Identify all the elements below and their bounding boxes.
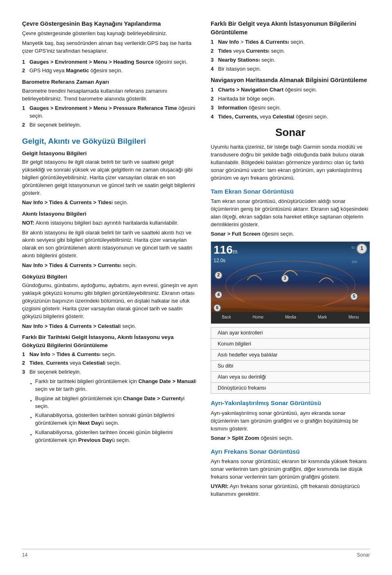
sonar-label-5: 5 <box>350 292 358 301</box>
sonar-heading: Sonar <box>211 125 370 140</box>
sonar-btn-menu: Menu <box>347 314 360 321</box>
farkli-step-1: 1 Nav Info > Tides & Currentsı seçin. <box>22 351 198 359</box>
farkli-gelgit-section: Farklı Bir Gelgit veya Akıntı İstasyonun… <box>211 20 370 73</box>
gelgit-istasyon-section: Gelgit İstasyonu Bilgileri Bir gelgit is… <box>22 149 198 207</box>
gokyuzu-p1: Gündoğumu, günbatımı, aydoğumu, aybatımı… <box>22 282 198 320</box>
farkli-step-2: 2 Tides, Currents veya Celestiali seçin. <box>22 359 198 367</box>
nav-step-4: 4 Tides, Currents, veya Celestial öğesin… <box>211 113 370 121</box>
gelgit-istasyon-nav: Nav Info > Tides & Currents > Tidesi seç… <box>22 199 198 207</box>
sonar-svg <box>211 242 370 323</box>
ayri-frekans-warning: UYARI: Ayrı frekans sonar görüntüsü, çif… <box>211 483 370 498</box>
barometre-p1: Barometre trendini hesaplamada kullanıla… <box>22 87 198 103</box>
gokyuzu-section: Gökyüzü Bilgileri Gündoğumu, günbatımı, … <box>22 273 198 330</box>
footer-right: Sonar <box>357 552 370 559</box>
nav-step-3: 3 Information öğesini seçin. <box>211 104 370 112</box>
ayri-yakin-nav: Sonar > Split Zoom öğesini seçin. <box>211 435 370 442</box>
table-cell: Alan ayar kontrolleri <box>211 327 370 338</box>
bullet-3: Kullanabiliyorsa, gösterilen tarihten so… <box>30 412 198 427</box>
bullet-4: Kullanabiliyorsa, gösterilen tarihten ön… <box>30 429 198 444</box>
intro-p2: Manyetik baş, baş sensöründen alınan baş… <box>22 40 198 55</box>
sonar-image: 116m 12.0s 1 5c 10c <box>211 242 370 323</box>
table-row: Konum bilgileri <box>211 338 370 349</box>
barometre-heading: Barometre Referans Zaman Ayarı <box>22 78 198 86</box>
table-cell: Asılı hedefler veya balıklar <box>211 349 370 360</box>
sonar-label-2: 2 <box>214 271 223 279</box>
akinti-istasyon-heading: Akıntı İstasyonu Bilgileri <box>22 210 198 218</box>
table-row: Dönüştürücü frekansı <box>211 383 370 394</box>
farkli-bullet-list: Farklı bir tarihteki bilgileri görüntüle… <box>30 378 198 444</box>
table-cell: Alan veya su derinliği <box>211 372 370 383</box>
table-cell: Dönüştürücü frekansı <box>211 383 370 394</box>
left-column: Çevre Göstergesinin Baş Kaynağını Yapıla… <box>22 20 198 542</box>
intro-heading: Çevre Göstergesinin Baş Kaynağını Yapıla… <box>22 20 198 28</box>
sonar-btn-back: Back <box>220 314 232 321</box>
akinti-note: NOT: Akıntı istasyonu bilgileri bazı ayr… <box>22 219 198 227</box>
intro-p1: Çevre göstergesinde gösterilen baş kayna… <box>22 30 198 38</box>
sonar-label-4: 4 <box>214 291 223 299</box>
farkli-tarih-heading: Farklı Bir Tarihteki Gelgit İstasyonu, A… <box>22 333 198 349</box>
table-row: Su dibi <box>211 361 370 372</box>
bullet-1: Farklı bir tarihteki bilgileri görüntüle… <box>30 378 198 393</box>
akinti-istasyon-section: Akıntı İstasyonu Bilgileri NOT: Akıntı i… <box>22 210 198 270</box>
step-2-heading-source: 2 GPS Hdg veya Magnetic öğesini seçin. <box>22 67 198 75</box>
fg-step-4: 4 Bir istasyon seçin. <box>211 65 370 73</box>
gokyuzu-nav: Nav Info > Tides & Currents > Celestiali… <box>22 323 198 330</box>
sonar-btn-home: Home <box>251 314 265 321</box>
table-cell: Konum bilgileri <box>211 338 370 349</box>
fg-step-1: 1 Nav Info > Tides & Currentsı seçin. <box>211 38 370 46</box>
intro-section: Çevre Göstergesinin Baş Kaynağını Yapıla… <box>22 20 198 55</box>
bullet-2: Bugüne ait bilgileri görüntülemek için C… <box>30 395 198 410</box>
ayri-yakin-heading: Ayrı-Yakınlaştırılmış Sonar Görüntüsü <box>211 399 370 408</box>
nav-step-1: 1 Charts > Navigation Chart öğesini seçi… <box>211 86 370 94</box>
barometre-step-1: 1 Gauges > Environment > Menu > Pressure… <box>22 105 198 120</box>
gelgit-main-heading: Gelgit, Akıntı ve Gökyüzü Bilgileri <box>22 136 198 147</box>
sonar-info-table: Alan ayar kontrolleri Konum bilgileri As… <box>211 327 370 394</box>
page: Çevre Göstergesinin Baş Kaynağını Yapıla… <box>0 0 392 575</box>
content-area: Çevre Göstergesinin Baş Kaynağını Yapıla… <box>22 20 370 542</box>
farkli-step-3: 3 Bir seçenek belirleyin. <box>22 368 198 376</box>
tam-ekran-heading: Tam Ekran Sonar Görüntüsü <box>211 187 370 196</box>
sonar-btn-media: Media <box>283 314 298 321</box>
table-row: Asılı hedefler veya balıklar <box>211 349 370 360</box>
tam-ekran-nav: Sonar > Full Screen öğesini seçin. <box>211 230 370 238</box>
table-cell: Su dibi <box>211 361 370 372</box>
gokyuzu-heading: Gökyüzü Bilgileri <box>22 273 198 281</box>
gelgit-istasyon-heading: Gelgit İstasyonu Bilgileri <box>22 149 198 158</box>
fg-step-2: 2 Tides veya Currentsı seçin. <box>211 47 370 55</box>
heading-source-steps: 1 Gauges > Environment > Menu > Heading … <box>22 58 198 75</box>
sonar-btn-mark: Mark <box>316 314 328 321</box>
nav-step-2: 2 Haritada bir bölge seçin. <box>211 95 370 103</box>
akinti-p1: Bir akıntı istasyonu ile ilgili olarak b… <box>22 229 198 260</box>
sonar-intro: Uyumlu harita çizeriniz, bir isteğe bağl… <box>211 143 370 182</box>
sonar-label-3: 3 <box>281 274 289 283</box>
page-number: 14 <box>22 552 27 559</box>
ayri-frekans-p1: Ayrı frekans sonar görüntüsü; ekranın bi… <box>211 458 370 481</box>
table-row: Alan ayar kontrolleri <box>211 327 370 338</box>
right-column: Farklı Bir Gelgit veya Akıntı İstasyonun… <box>211 20 370 542</box>
page-footer: 14 Sonar <box>22 549 370 559</box>
sonar-label-6: 6 <box>213 304 221 312</box>
navigasyon-section: Navigasyon Haritasında Almanak Bilgisini… <box>211 76 370 120</box>
ayri-frekans-heading: Ayrı Frekans Sonar Görüntüsü <box>211 447 370 456</box>
ayri-yakin-p1: Ayrı-yakınlaştırılmış sonar görüntüsü, a… <box>211 410 370 433</box>
step-1-heading-source: 1 Gauges > Environment > Menu > Heading … <box>22 58 198 66</box>
barometre-step-2: 2 Bir seçenek belirleyin. <box>22 121 198 129</box>
farkli-gelgit-heading: Farklı Bir Gelgit veya Akıntı İstasyonun… <box>211 20 370 37</box>
sonar-toolbar: Back Home Media Mark Menu <box>211 312 370 323</box>
barometre-section: Barometre Referans Zaman Ayarı Barometre… <box>22 78 198 129</box>
fg-step-3: 3 Nearby Stationsı seçin. <box>211 56 370 64</box>
farkli-tarih-section: Farklı Bir Tarihteki Gelgit İstasyonu, A… <box>22 333 198 444</box>
akinti-nav: Nav Info > Tides & Currents > Currentsı … <box>22 262 198 270</box>
gelgit-istasyon-p1: Bir gelgit istasyonu ile ilgili olarak b… <box>22 158 198 197</box>
tam-ekran-p1: Tam ekran sonar görüntüsü, dönüştürücüde… <box>211 198 370 228</box>
table-row: Alan veya su derinliği <box>211 372 370 383</box>
sonar-image-container: 116m 12.0s 1 5c 10c <box>211 241 370 324</box>
navigasyon-heading: Navigasyon Haritasında Almanak Bilgisini… <box>211 76 370 85</box>
